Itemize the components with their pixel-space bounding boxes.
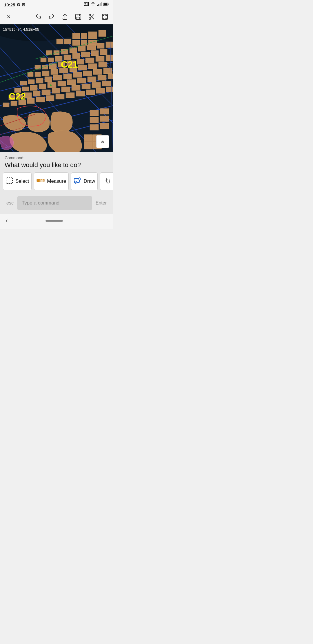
- svg-rect-5: [101, 2, 102, 6]
- svg-rect-50: [48, 58, 54, 62]
- save-button[interactable]: [74, 12, 83, 21]
- svg-rect-40: [64, 39, 71, 44]
- svg-point-134: [50, 84, 52, 86]
- svg-rect-116: [86, 90, 95, 95]
- svg-rect-115: [76, 91, 85, 96]
- svg-rect-65: [106, 55, 113, 61]
- map-view[interactable]: 157515'-7", 4.51E+05 C21 C22: [0, 24, 113, 152]
- back-button[interactable]: ‹: [6, 217, 8, 225]
- svg-rect-137: [6, 177, 12, 184]
- clock: 10:25: [4, 2, 15, 7]
- draw-button[interactable]: Draw: [71, 172, 98, 190]
- toolbar-actions: [34, 12, 110, 21]
- svg-rect-83: [93, 69, 102, 75]
- svg-rect-86: [22, 87, 29, 91]
- svg-rect-89: [48, 82, 56, 88]
- svg-rect-104: [82, 84, 90, 89]
- svg-rect-107: [3, 103, 9, 107]
- select-button[interactable]: Select: [3, 172, 32, 190]
- map-label-c21: C21: [61, 59, 78, 70]
- svg-rect-121: [90, 110, 99, 116]
- svg-rect-45: [78, 46, 85, 51]
- svg-rect-111: [36, 97, 45, 102]
- svg-rect-48: [106, 42, 113, 48]
- esc-button[interactable]: esc: [3, 200, 17, 206]
- svg-rect-99: [33, 91, 40, 96]
- svg-rect-114: [66, 93, 74, 98]
- svg-rect-112: [46, 95, 54, 101]
- svg-rect-75: [20, 81, 27, 85]
- svg-rect-69: [51, 69, 58, 75]
- svg-rect-95: [108, 74, 113, 79]
- select-label: Select: [15, 178, 29, 184]
- undo-button[interactable]: [34, 12, 43, 21]
- close-button[interactable]: ×: [3, 13, 14, 21]
- svg-rect-80: [63, 74, 72, 79]
- svg-rect-92: [77, 78, 86, 83]
- map-svg: [0, 24, 113, 152]
- more-button[interactable]: [100, 172, 113, 190]
- svg-point-147: [75, 182, 76, 183]
- svg-rect-125: [90, 124, 99, 130]
- svg-rect-47: [97, 43, 104, 48]
- svg-rect-32: [72, 33, 80, 39]
- svg-rect-77: [36, 78, 43, 83]
- map-coordinates: 157515'-7", 4.51E+05: [3, 27, 39, 32]
- svg-rect-76: [28, 79, 34, 84]
- svg-rect-118: [106, 87, 113, 92]
- svg-rect-72: [78, 65, 87, 70]
- svg-line-154: [109, 179, 110, 183]
- svg-rect-126: [100, 123, 109, 129]
- svg-rect-9: [77, 14, 79, 16]
- svg-rect-130: [84, 142, 92, 149]
- svg-rect-74: [99, 62, 107, 67]
- svg-rect-67: [35, 72, 41, 77]
- redo-button[interactable]: [47, 12, 56, 21]
- svg-rect-90: [58, 81, 66, 86]
- draw-label: Draw: [83, 178, 95, 184]
- svg-rect-110: [27, 98, 34, 104]
- svg-rect-46: [87, 45, 96, 50]
- measure-button[interactable]: Measure: [34, 172, 69, 190]
- wifi-icon: [90, 2, 96, 7]
- svg-rect-113: [56, 94, 64, 99]
- svg-rect-55: [91, 50, 99, 56]
- expand-button[interactable]: [100, 12, 110, 21]
- status-time-group: 10:25 G ⊡: [4, 2, 25, 7]
- svg-rect-62: [77, 59, 84, 64]
- svg-rect-117: [96, 88, 105, 93]
- command-prompt: What would you like to do?: [0, 161, 113, 172]
- svg-rect-36: [72, 40, 80, 46]
- command-input-row: esc Enter: [0, 194, 113, 214]
- svg-rect-94: [98, 75, 106, 80]
- share-button[interactable]: [60, 12, 70, 21]
- enter-button[interactable]: Enter: [92, 200, 110, 206]
- scissors-button[interactable]: [87, 12, 96, 21]
- command-input[interactable]: [17, 196, 92, 210]
- svg-rect-63: [85, 58, 94, 63]
- status-bar: 10:25 G ⊡: [0, 0, 113, 9]
- scroll-up-button[interactable]: [96, 135, 109, 148]
- bottom-nav: ‹: [0, 214, 113, 229]
- svg-rect-82: [83, 71, 92, 76]
- svg-rect-35: [99, 30, 106, 37]
- svg-rect-7: [104, 3, 108, 5]
- svg-rect-108: [11, 101, 17, 106]
- svg-rect-10: [77, 17, 80, 19]
- svg-rect-33: [81, 33, 87, 39]
- svg-rect-81: [73, 72, 82, 77]
- tool-buttons-row: Select Measure: [0, 172, 113, 194]
- google-icon: G: [17, 2, 20, 7]
- svg-rect-54: [81, 52, 90, 57]
- svg-rect-100: [42, 90, 50, 95]
- map-label-c22: C22: [9, 91, 26, 102]
- svg-rect-122: [100, 108, 109, 114]
- svg-rect-128: [84, 135, 92, 141]
- signal-icon: [97, 2, 102, 7]
- home-indicator[interactable]: [46, 220, 63, 222]
- svg-rect-1: [88, 2, 89, 6]
- svg-rect-91: [67, 79, 76, 85]
- svg-line-14: [92, 17, 94, 19]
- svg-rect-124: [100, 116, 109, 122]
- measure-label: Measure: [47, 178, 66, 184]
